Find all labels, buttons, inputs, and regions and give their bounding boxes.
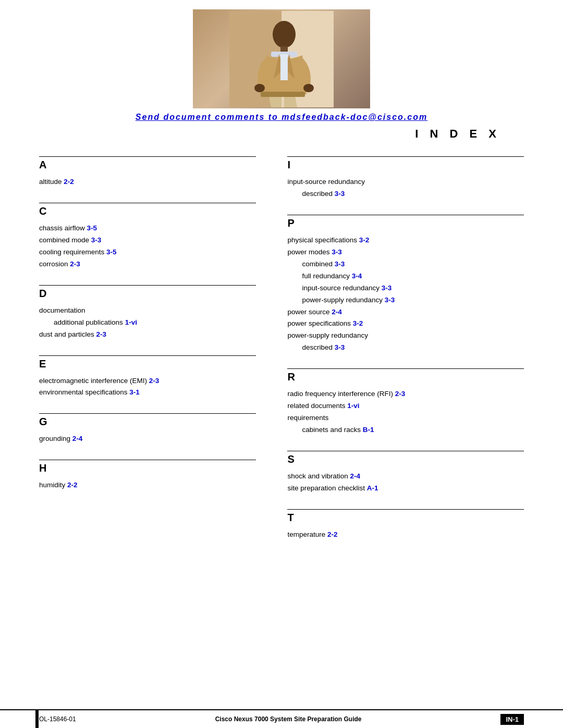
- right-column: Iinput-source redundancydescribed 3-3Pph…: [272, 156, 524, 556]
- entry-term: temperature: [287, 530, 325, 538]
- header-image: [193, 9, 370, 108]
- index-entry: input-source redundancy 3-3: [287, 282, 524, 294]
- entry-page-ref[interactable]: 1-vi: [125, 318, 137, 326]
- index-entry: documentation: [39, 305, 256, 317]
- section-letter: E: [39, 358, 256, 370]
- entry-page-ref[interactable]: A-1: [367, 484, 378, 492]
- entry-page-ref[interactable]: 3-3: [91, 236, 102, 244]
- entry-page-ref[interactable]: 3-1: [129, 388, 140, 396]
- index-section-p: Pphysical specifications 3-2power modes …: [287, 215, 524, 354]
- section-letter: I: [287, 159, 524, 171]
- index-entry: site preparation checklist A-1: [287, 483, 524, 495]
- index-section-d: Ddocumentationadditional publications 1-…: [39, 285, 256, 341]
- section-divider: [39, 460, 256, 460]
- section-letter: S: [287, 453, 524, 465]
- entry-term: documentation: [39, 306, 85, 314]
- entry-term: input-source redundancy: [302, 284, 380, 292]
- index-entry: power-supply redundancy 3-3: [287, 294, 524, 306]
- entry-page-ref[interactable]: 2-4: [332, 308, 342, 316]
- section-divider: [287, 451, 524, 451]
- entry-term: described: [302, 190, 333, 198]
- section-divider: [39, 285, 256, 286]
- index-section-e: Eelectromagnetic interference (EMI) 2-3e…: [39, 355, 256, 399]
- entry-page-ref[interactable]: 3-3: [335, 260, 345, 268]
- entry-page-ref[interactable]: 3-5: [87, 224, 97, 232]
- index-entry: additional publications 1-vi: [39, 317, 256, 329]
- entry-page-ref[interactable]: 2-3: [96, 330, 107, 338]
- index-section-r: Rradio frequency interference (RFI) 2-3r…: [287, 368, 524, 436]
- entry-page-ref[interactable]: 2-2: [64, 178, 74, 186]
- svg-point-7: [303, 84, 314, 92]
- person-illustration: [229, 11, 334, 107]
- entry-term: environmental specifications: [39, 388, 128, 396]
- entry-term: power specifications: [287, 319, 351, 327]
- entry-page-ref[interactable]: 2-2: [67, 481, 78, 489]
- entry-page-ref[interactable]: 3-3: [385, 296, 395, 304]
- entry-term: corrosion: [39, 260, 68, 268]
- entry-term: physical specifications: [287, 236, 357, 244]
- index-entry: input-source redundancy: [287, 176, 524, 188]
- section-letter: R: [287, 371, 524, 383]
- entry-page-ref[interactable]: 3-2: [359, 236, 370, 244]
- svg-rect-5: [280, 54, 288, 80]
- entry-page-ref[interactable]: B-1: [363, 426, 374, 434]
- entry-term: described: [302, 343, 333, 351]
- section-divider: [39, 203, 256, 203]
- index-entry: humidity 2-2: [39, 479, 256, 491]
- index-entry: temperature 2-2: [287, 529, 524, 541]
- index-entry: full redundancy 3-4: [287, 270, 524, 282]
- entry-page-ref[interactable]: 3-3: [335, 190, 345, 198]
- index-entry: power modes 3-3: [287, 246, 524, 258]
- entry-page-ref[interactable]: 3-2: [353, 319, 363, 327]
- entry-page-ref[interactable]: 1-vi: [347, 402, 359, 410]
- entry-page-ref[interactable]: 3-3: [382, 284, 392, 292]
- svg-point-2: [273, 21, 296, 48]
- entry-term: altitude: [39, 178, 62, 186]
- svg-point-6: [254, 84, 265, 92]
- index-entry: requirements: [287, 412, 524, 424]
- section-letter: H: [39, 462, 256, 474]
- entry-page-ref[interactable]: 2-4: [350, 472, 360, 480]
- entry-term: input-source redundancy: [287, 178, 365, 186]
- index-section-s: Sshock and vibration 2-4site preparation…: [287, 451, 524, 495]
- entry-page-ref[interactable]: 2-2: [327, 530, 338, 538]
- svg-rect-8: [261, 92, 305, 97]
- section-letter: A: [39, 159, 256, 171]
- feedback-link[interactable]: Send document comments to mdsfeedback-do…: [0, 113, 563, 122]
- index-section-i: Iinput-source redundancydescribed 3-3: [287, 156, 524, 200]
- index-entry: physical specifications 3-2: [287, 235, 524, 246]
- entry-term: combined mode: [39, 236, 89, 244]
- index-title: I N D E X: [0, 127, 563, 141]
- section-divider: [39, 413, 256, 414]
- entry-term: requirements: [287, 414, 328, 422]
- index-entry: power source 2-4: [287, 306, 524, 318]
- section-letter: C: [39, 205, 256, 217]
- entry-term: additional publications: [54, 318, 123, 326]
- index-entry: described 3-3: [287, 342, 524, 354]
- index-entry: combined 3-3: [287, 258, 524, 270]
- index-entry: grounding 2-4: [39, 433, 256, 445]
- entry-page-ref[interactable]: 2-3: [395, 390, 406, 398]
- section-divider: [287, 156, 524, 157]
- entry-page-ref[interactable]: 3-3: [335, 343, 345, 351]
- index-entry: cooling requirements 3-5: [39, 246, 256, 258]
- entry-page-ref[interactable]: 3-4: [352, 272, 362, 280]
- entry-page-ref[interactable]: 2-3: [70, 260, 80, 268]
- index-entry: power specifications 3-2: [287, 318, 524, 330]
- entry-term: power-supply redundancy: [287, 331, 368, 339]
- footer-bar: [35, 710, 39, 728]
- index-entry: corrosion 2-3: [39, 258, 256, 270]
- entry-page-ref[interactable]: 3-5: [106, 248, 117, 256]
- entry-page-ref[interactable]: 2-3: [149, 377, 160, 385]
- entry-term: full redundancy: [302, 272, 350, 280]
- entry-page-ref[interactable]: 3-3: [332, 248, 342, 256]
- index-entry: radio frequency interference (RFI) 2-3: [287, 388, 524, 400]
- entry-term: grounding: [39, 435, 70, 442]
- entry-term: power-supply redundancy: [302, 296, 383, 304]
- index-entry: altitude 2-2: [39, 176, 256, 188]
- index-entry: dust and particles 2-3: [39, 329, 256, 341]
- entry-term: chassis airflow: [39, 224, 85, 232]
- index-section-c: Cchassis airflow 3-5combined mode 3-3coo…: [39, 203, 256, 270]
- section-letter: G: [39, 416, 256, 428]
- entry-page-ref[interactable]: 2-4: [72, 435, 83, 442]
